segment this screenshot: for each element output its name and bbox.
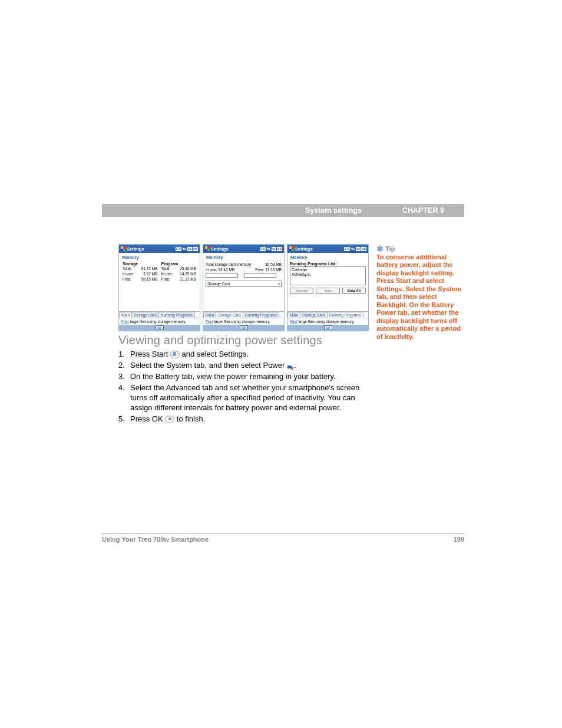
find-link[interactable]: Find large files using storage memory. [119,318,200,325]
tab-running-programs[interactable]: Running Programs [243,312,279,318]
stop-button[interactable]: Stop [316,288,339,294]
chevron-down-icon: ▾ [278,282,280,286]
program-heading: Program [161,262,197,266]
start-flag-icon [121,246,125,251]
storage-inuse: 3.57 MB [143,271,157,276]
sc-total-label: Total storage card memory: [206,262,252,266]
keyboard-icon[interactable] [324,325,332,330]
find-link[interactable]: Find large files using storage memory. [287,318,368,325]
tip-callout: ✱ Tip To conserve additional battery pow… [376,245,465,341]
tab-storage-card[interactable]: Storage Card [300,312,328,318]
tip-asterisk-icon: ✱ [376,244,384,253]
header-section: System settings [305,206,362,215]
start-key-icon: ⊞ [170,351,180,358]
screenshot-memory-running: Settings EV ▾▴ ▭ ok Memory Running Progr… [287,244,369,331]
svg-rect-1 [291,366,292,367]
screenshot-row: Settings EV ▾▴ ▭ ok Memory Storage Total… [118,244,369,331]
program-total: 25.46 MB [180,266,196,271]
titlebar-status-icons: EV ▾▴ ▭ ok [260,247,282,251]
start-flag-icon [289,246,294,251]
tip-label: Tip [385,245,395,252]
signal-icon: ▾▴ [266,247,271,251]
footer-title: Using Your Treo 700w Smartphone [102,536,209,543]
storage-card-select[interactable]: Storage Card ▾ [206,281,282,287]
tab-running-programs[interactable]: Running Programs [158,312,195,318]
phone-titlebar: Settings EV ▾▴ ▭ ok [119,245,200,253]
titlebar-status-icons: EV ▾▴ ▭ ok [176,247,198,251]
steps-list: 1. Press Start ⊞ and select Settings. 2.… [118,348,362,424]
power-plug-icon [287,363,294,370]
find-link[interactable]: Find large files using storage memory. [203,318,284,325]
program-free: 11.21 MB [180,276,196,282]
phone-tabs: Main Storage Card Running Programs [287,311,368,318]
step-item: 3. On the Battery tab, view the power re… [118,371,362,381]
svg-rect-0 [287,365,291,368]
phone-softkey-bar [119,325,200,331]
storage-total: 61.72 MB [141,266,158,271]
screen-subtitle: Memory [203,253,284,262]
step-item: 2. Select the System tab, and then selec… [118,360,362,370]
battery-icon: ▭ [187,247,192,251]
signal-icon: ▾▴ [182,247,187,251]
start-flag-icon [205,246,210,251]
battery-icon: ▭ [356,247,361,251]
screen-subtitle: Memory [287,253,368,262]
ok-icon: ok [277,247,282,251]
tab-main[interactable]: Main [203,312,216,318]
ok-icon: ok [361,247,366,251]
signal-icon: ▾▴ [351,247,355,251]
sc-inuse-value: 13.40 MB [218,268,234,272]
ev-icon: EV [344,247,350,251]
activate-button[interactable]: Activate [290,288,313,294]
sc-total-value: 30.53 MB [265,262,282,266]
titlebar-status-icons: EV ▾▴ ▭ ok [344,247,366,251]
chapter-header: System settings CHAPTER 9 [102,204,464,217]
list-item[interactable]: ActiveSync [292,272,364,277]
phone-titlebar: Settings EV ▾▴ ▭ ok [203,245,284,253]
screen-subtitle: Memory [119,253,200,262]
running-programs-list[interactable]: Calendar ActiveSync [290,266,366,285]
running-programs-heading: Running Programs List: [290,262,366,266]
header-chapter: CHAPTER 9 [402,206,444,215]
phone-softkey-bar [203,325,284,331]
titlebar-text: Settings [211,246,229,252]
free-bar [244,273,276,278]
keyboard-icon[interactable] [156,325,164,330]
keyboard-icon[interactable] [240,325,248,330]
tab-main[interactable]: Main [287,312,300,318]
step-item: 1. Press Start ⊞ and select Settings. [118,349,362,359]
screenshot-memory-storage-card: Settings EV ▾▴ ▭ ok Memory Total storage… [203,244,285,331]
ok-icon: ok [193,247,198,251]
phone-tabs: Main Storage Card Running Programs [119,311,200,318]
screenshot-memory-main: Settings EV ▾▴ ▭ ok Memory Storage Total… [118,244,200,331]
step-item: 5. Press OK ⌾ to finish. [118,414,362,424]
page-number: 199 [454,536,464,543]
battery-icon: ▭ [272,247,276,251]
phone-tabs: Main Storage Card Running Programs [203,311,284,318]
tip-body: To conserve additional battery power, ad… [376,253,465,341]
list-item[interactable]: Calendar [292,268,364,272]
tab-main[interactable]: Main [119,312,132,318]
program-inuse: 14.25 MB [180,271,196,276]
tab-storage-card[interactable]: Storage Card [131,312,159,318]
stop-all-button[interactable]: Stop All [342,288,366,294]
ev-icon: EV [176,247,181,251]
phone-titlebar: Settings EV ▾▴ ▭ ok [287,245,368,253]
phone-softkey-bar [287,325,368,331]
section-heading: Viewing and optimizing power settings [118,334,322,347]
step-item: 4. Select the Advanced tab and set wheth… [118,383,362,413]
inuse-bar [206,273,238,278]
storage-heading: Storage [123,262,158,266]
ok-key-icon: ⌾ [165,416,174,423]
titlebar-text: Settings [295,246,313,252]
page-footer: Using Your Treo 700w Smartphone 199 [102,533,464,543]
storage-free: 58.15 MB [141,276,158,282]
ev-icon: EV [260,247,266,251]
tab-storage-card[interactable]: Storage Card [216,312,243,318]
titlebar-text: Settings [127,246,144,252]
sc-free-value: 17.13 MB [265,268,282,272]
tab-running-programs[interactable]: Running Programs [327,312,363,318]
